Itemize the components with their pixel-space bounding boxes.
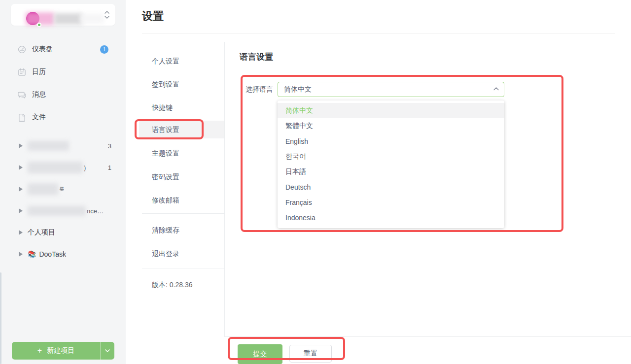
user-name-blur bbox=[54, 13, 83, 25]
new-project-label: 新建项目 bbox=[47, 346, 74, 355]
sidebar-item-messages[interactable]: 消息 bbox=[12, 87, 115, 102]
dropdown-option-german[interactable]: Deutsch bbox=[278, 179, 504, 195]
menu-vertical-divider bbox=[224, 42, 225, 336]
collapse-arrow-icon[interactable] bbox=[19, 187, 23, 192]
project-item-blurred-1[interactable]: 3 bbox=[12, 139, 117, 152]
new-project-button[interactable]: + 新建项目 bbox=[12, 342, 114, 360]
sidebar-item-label: 仪表盘 bbox=[32, 45, 53, 54]
collapse-arrow-icon[interactable] bbox=[19, 208, 23, 213]
collapse-arrow-icon[interactable] bbox=[19, 165, 23, 170]
title-divider bbox=[142, 33, 615, 33]
language-select-label: 选择语言 bbox=[245, 85, 273, 94]
collapse-arrow-icon[interactable] bbox=[19, 252, 23, 257]
project-name-remnant: 릇 bbox=[59, 186, 64, 193]
file-icon bbox=[18, 113, 26, 122]
sidebar: 仪表盘 1 日历 消息 文件 3 ) 1 bbox=[0, 0, 126, 364]
sidebar-scrollbar[interactable] bbox=[0, 272, 1, 364]
project-name-blur bbox=[28, 141, 69, 151]
sidebar-item-dashboard[interactable]: 仪表盘 1 bbox=[12, 42, 115, 57]
project-item-blurred-3[interactable]: 릇 bbox=[12, 183, 117, 196]
project-count: 3 bbox=[108, 142, 111, 150]
menu-item-logout[interactable]: 退出登录 bbox=[152, 249, 179, 259]
menu-item-clear-cache[interactable]: 清除缓存 bbox=[152, 225, 179, 235]
main-panel: 设置 个人设置 签到设置 快捷键 语言设置 主题设置 密码设置 修改邮箱 清除缓… bbox=[126, 0, 631, 364]
new-project-dropdown-button[interactable] bbox=[101, 342, 114, 360]
language-select[interactable]: 简体中文 bbox=[278, 82, 504, 97]
collapse-arrow-icon[interactable] bbox=[19, 143, 23, 148]
dropdown-option-korean[interactable]: 한국어 bbox=[278, 149, 504, 164]
project-name-blur bbox=[28, 206, 86, 216]
project-item-dootask[interactable]: 📚 DooTask bbox=[12, 248, 117, 261]
project-count: 1 bbox=[108, 164, 111, 171]
dropdown-option-indonesian[interactable]: Indonesia bbox=[278, 210, 504, 225]
plus-icon: + bbox=[37, 346, 42, 355]
page-title: 设置 bbox=[142, 9, 164, 24]
menu-divider bbox=[142, 268, 224, 268]
project-name-remnant: ) bbox=[84, 164, 86, 171]
menu-item-shortcuts[interactable]: 快捷键 bbox=[152, 102, 173, 112]
dashboard-badge: 1 bbox=[100, 45, 108, 54]
online-status-dot bbox=[37, 23, 41, 27]
menu-divider bbox=[142, 213, 224, 214]
project-item-personal[interactable]: 个人项目 bbox=[12, 226, 117, 239]
chevron-up-icon bbox=[493, 87, 499, 91]
sidebar-item-label: 文件 bbox=[32, 113, 46, 122]
calendar-icon bbox=[18, 68, 26, 76]
language-select-value: 简体中文 bbox=[284, 85, 312, 94]
message-icon bbox=[18, 91, 26, 99]
project-name: 个人项目 bbox=[28, 228, 55, 237]
project-item-blurred-4[interactable]: nce… bbox=[12, 204, 117, 217]
project-item-blurred-2[interactable]: ) 1 bbox=[12, 161, 117, 174]
collapse-arrow-icon[interactable] bbox=[19, 230, 23, 235]
sidebar-item-calendar[interactable]: 日历 bbox=[12, 65, 115, 79]
project-name: DooTask bbox=[39, 250, 66, 258]
menu-item-language-settings[interactable]: 语言设置 bbox=[152, 125, 179, 134]
dashboard-icon bbox=[18, 45, 26, 54]
reset-button[interactable]: 重置 bbox=[289, 345, 332, 363]
project-name-blur bbox=[28, 162, 83, 173]
user-card[interactable] bbox=[11, 4, 115, 26]
dropdown-option-simplified-chinese[interactable]: 简体中文 bbox=[278, 103, 504, 118]
books-emoji-icon: 📚 bbox=[28, 250, 36, 258]
menu-item-checkin-settings[interactable]: 签到设置 bbox=[152, 79, 179, 89]
user-expand-chevrons-icon[interactable] bbox=[104, 10, 110, 20]
user-name-blur bbox=[80, 14, 104, 24]
project-name-blur bbox=[28, 183, 58, 195]
chevron-down-icon bbox=[105, 349, 110, 353]
submit-button[interactable]: 提交 bbox=[238, 344, 282, 364]
menu-item-theme-settings[interactable]: 主题设置 bbox=[152, 148, 179, 158]
project-name-remnant: nce… bbox=[87, 207, 104, 215]
footer-divider bbox=[224, 336, 631, 337]
sidebar-item-files[interactable]: 文件 bbox=[12, 110, 115, 125]
dropdown-option-japanese[interactable]: 日本語 bbox=[278, 164, 504, 179]
section-title: 语言设置 bbox=[240, 51, 273, 63]
dropdown-option-english[interactable]: English bbox=[278, 133, 504, 149]
sidebar-item-label: 消息 bbox=[32, 90, 46, 99]
menu-item-personal-settings[interactable]: 个人设置 bbox=[152, 56, 179, 66]
sidebar-item-label: 日历 bbox=[32, 67, 46, 76]
dropdown-option-french[interactable]: Français bbox=[278, 195, 504, 210]
language-dropdown-menu: 简体中文 繁體中文 English 한국어 日本語 Deutsch França… bbox=[278, 100, 504, 228]
version-label: 版本: 0.28.36 bbox=[152, 281, 193, 290]
menu-item-change-email[interactable]: 修改邮箱 bbox=[152, 195, 179, 205]
dropdown-option-traditional-chinese[interactable]: 繁體中文 bbox=[278, 118, 504, 133]
menu-item-password-settings[interactable]: 密码设置 bbox=[152, 172, 179, 182]
